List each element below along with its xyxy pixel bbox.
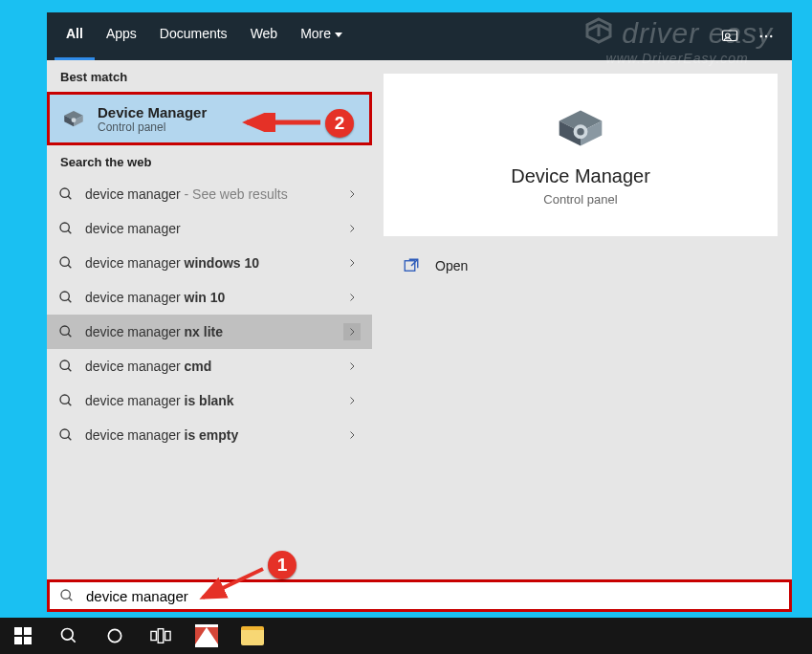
details-subtitle: Control panel — [543, 192, 617, 207]
svg-point-10 — [60, 326, 69, 335]
svg-rect-28 — [165, 631, 171, 640]
svg-rect-20 — [14, 627, 22, 635]
task-view-button[interactable] — [142, 618, 180, 654]
start-button[interactable] — [4, 618, 42, 654]
svg-rect-16 — [405, 261, 415, 272]
svg-point-9 — [60, 292, 69, 300]
results-column: Best match Device Manager Control panel … — [47, 60, 372, 579]
best-match-subtitle: Control panel — [98, 120, 207, 134]
search-box[interactable] — [47, 579, 792, 612]
svg-rect-21 — [24, 627, 32, 635]
annotation-arrow-1 — [191, 564, 268, 602]
svg-rect-27 — [158, 629, 164, 643]
svg-point-4 — [770, 35, 772, 37]
chevron-right-icon[interactable] — [343, 254, 361, 272]
svg-rect-23 — [24, 637, 32, 644]
folder-icon — [241, 626, 264, 645]
chevron-right-icon[interactable] — [343, 289, 361, 306]
web-result[interactable]: device manager is empty — [47, 418, 372, 452]
search-icon — [58, 359, 74, 374]
open-action[interactable]: Open — [384, 236, 792, 295]
chevron-right-icon[interactable] — [343, 426, 361, 444]
svg-point-25 — [108, 629, 121, 642]
svg-point-12 — [60, 395, 69, 403]
web-result[interactable]: device manager windows 10 — [47, 246, 372, 280]
cortana-button[interactable] — [96, 618, 134, 654]
ellipsis-icon[interactable] — [757, 28, 775, 45]
svg-line-18 — [203, 569, 263, 598]
tab-documents[interactable]: Documents — [148, 12, 239, 60]
search-panel: All Apps Documents Web More driver easy … — [47, 12, 792, 612]
account-icon[interactable] — [721, 28, 738, 45]
svg-point-15 — [577, 128, 583, 135]
details-column: Device Manager Control panel Open — [372, 60, 792, 579]
chevron-right-icon[interactable] — [343, 358, 361, 375]
search-icon — [58, 290, 74, 305]
chevron-right-icon[interactable] — [343, 220, 361, 237]
svg-point-3 — [765, 35, 767, 37]
web-result[interactable]: device manager - See web results — [47, 177, 372, 211]
tab-web[interactable]: Web — [239, 12, 290, 60]
annotation-badge-2: 2 — [325, 109, 354, 138]
taskbar-app-gmail[interactable] — [187, 618, 226, 654]
search-icon — [58, 324, 74, 339]
web-result[interactable]: device manager nx lite — [47, 315, 372, 349]
chevron-right-icon[interactable] — [343, 185, 361, 203]
device-manager-icon — [61, 106, 86, 131]
svg-point-2 — [760, 35, 762, 37]
section-best-match: Best match — [47, 60, 372, 92]
section-search-web: Search the web — [47, 145, 372, 177]
web-result[interactable]: device manager win 10 — [47, 280, 372, 315]
svg-point-13 — [60, 429, 69, 438]
svg-point-7 — [60, 223, 69, 231]
tab-more[interactable]: More — [289, 12, 354, 60]
taskbar — [0, 618, 812, 654]
search-icon — [58, 186, 74, 202]
details-title: Device Manager — [511, 165, 650, 187]
web-result[interactable]: device manager cmd — [47, 349, 372, 383]
annotation-arrow-2 — [239, 113, 325, 132]
search-icon — [59, 588, 75, 603]
device-manager-large-icon — [552, 104, 609, 152]
taskbar-search-button[interactable] — [50, 618, 88, 654]
open-icon — [403, 257, 420, 274]
open-label: Open — [435, 258, 468, 273]
svg-point-5 — [72, 118, 77, 122]
search-tabs: All Apps Documents Web More driver easy … — [47, 12, 792, 60]
chevron-right-icon[interactable] — [343, 323, 361, 340]
svg-rect-22 — [14, 637, 22, 644]
tab-all[interactable]: All — [55, 12, 95, 60]
tab-apps[interactable]: Apps — [95, 12, 148, 60]
svg-point-17 — [61, 590, 70, 599]
svg-rect-26 — [151, 631, 157, 640]
gmail-icon — [195, 624, 218, 647]
svg-point-11 — [60, 360, 69, 369]
taskbar-app-file-explorer[interactable] — [233, 618, 272, 654]
best-match-title: Device Manager — [98, 104, 207, 120]
details-card: Device Manager Control panel — [384, 74, 778, 236]
svg-point-8 — [60, 257, 69, 266]
search-icon — [58, 393, 74, 408]
search-icon — [58, 427, 74, 443]
annotation-badge-1: 1 — [268, 551, 296, 579]
chevron-down-icon — [335, 33, 342, 37]
svg-point-24 — [62, 629, 74, 641]
svg-point-6 — [60, 188, 69, 197]
svg-point-1 — [726, 33, 731, 38]
search-icon — [58, 221, 74, 236]
web-results-list: device manager - See web results device … — [47, 177, 372, 452]
chevron-right-icon[interactable] — [343, 392, 361, 409]
search-icon — [58, 255, 74, 271]
web-result[interactable]: device manager — [47, 211, 372, 246]
web-result[interactable]: device manager is blank — [47, 383, 372, 418]
